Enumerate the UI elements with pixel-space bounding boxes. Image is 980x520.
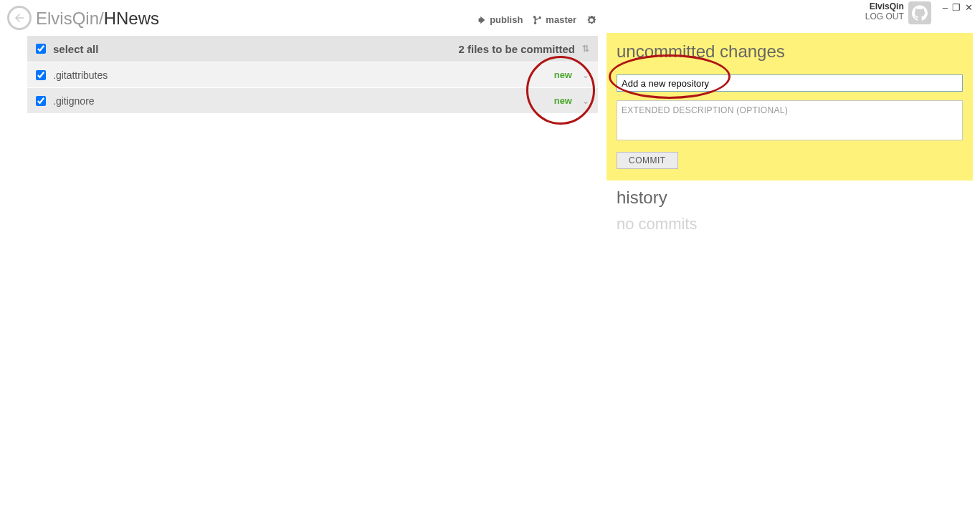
- chevron-down-icon[interactable]: ⌄: [582, 96, 589, 106]
- uncommitted-panel: uncommitted changes COMMIT: [606, 33, 973, 180]
- sort-icon[interactable]: ⇅: [582, 44, 589, 54]
- user-name: ElvisQin: [865, 1, 904, 11]
- select-all-label: select all: [53, 43, 98, 55]
- publish-icon: [477, 15, 487, 25]
- header-actions: publish master: [477, 14, 596, 25]
- user-bar: ElvisQin LOG OUT – ❐ ✕: [865, 1, 973, 24]
- file-status: new: [554, 69, 572, 80]
- select-all-row[interactable]: select all 2 files to be committed ⇅: [27, 36, 598, 62]
- history-title: history: [617, 188, 963, 208]
- file-checkbox[interactable]: [36, 96, 46, 106]
- publish-button[interactable]: publish: [477, 14, 523, 25]
- window-controls: – ❐ ✕: [943, 3, 973, 12]
- breadcrumb-repo[interactable]: HNews: [104, 9, 159, 28]
- commit-summary-label: 2 files to be committed: [458, 43, 575, 55]
- back-button[interactable]: [7, 6, 32, 30]
- github-logo-icon: [912, 5, 928, 21]
- changes-panel: select all 2 files to be committed ⇅ .gi…: [27, 36, 598, 113]
- select-all-checkbox[interactable]: [36, 44, 46, 54]
- commit-summary-input[interactable]: [617, 74, 963, 92]
- branch-switcher[interactable]: master: [533, 14, 576, 25]
- minimize-button[interactable]: –: [943, 3, 948, 12]
- history-empty-label: no commits: [617, 215, 963, 233]
- publish-label: publish: [490, 14, 523, 25]
- breadcrumb-owner[interactable]: ElvisQin/: [36, 9, 104, 28]
- file-row[interactable]: .gitignore new ⌄: [27, 87, 598, 113]
- user-info: ElvisQin LOG OUT: [865, 1, 904, 21]
- chevron-down-icon[interactable]: ⌄: [582, 70, 589, 80]
- commit-description-input[interactable]: [617, 100, 963, 140]
- maximize-button[interactable]: ❐: [952, 3, 961, 12]
- settings-button[interactable]: [586, 15, 596, 25]
- file-name: .gitignore: [53, 95, 95, 107]
- branch-label: master: [546, 14, 576, 25]
- right-panel: uncommitted changes COMMIT history no co…: [606, 33, 973, 241]
- file-checkbox[interactable]: [36, 70, 46, 80]
- logout-link[interactable]: LOG OUT: [865, 11, 904, 21]
- gear-icon: [586, 15, 596, 25]
- branch-icon: [533, 15, 543, 25]
- github-icon[interactable]: [908, 1, 931, 24]
- history-panel: history no commits: [606, 180, 973, 241]
- file-row[interactable]: .gitattributes new ⌄: [27, 62, 598, 87]
- commit-button[interactable]: COMMIT: [617, 152, 678, 169]
- file-status: new: [554, 95, 572, 106]
- breadcrumb: ElvisQin/HNews: [36, 9, 159, 29]
- arrow-left-icon: [13, 11, 26, 24]
- uncommitted-title: uncommitted changes: [617, 42, 963, 62]
- file-name: .gitattributes: [53, 69, 108, 81]
- close-button[interactable]: ✕: [965, 3, 973, 12]
